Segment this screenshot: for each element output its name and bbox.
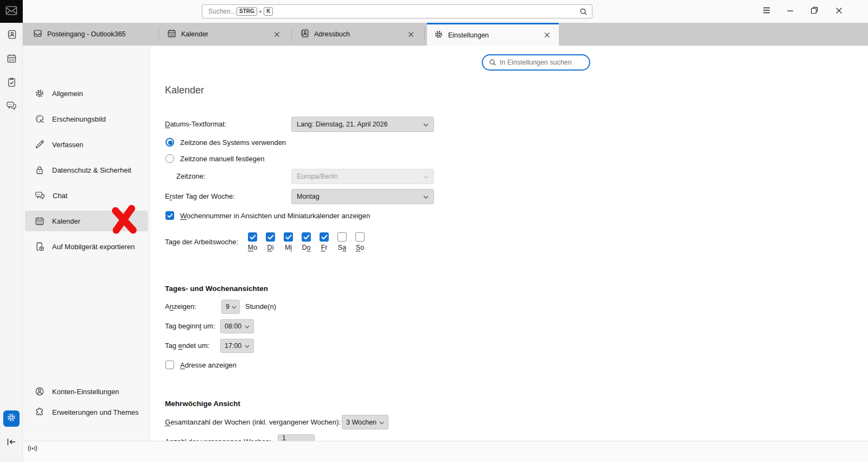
workday-checkbox[interactable] (337, 232, 347, 242)
chevron-down-icon (245, 342, 250, 350)
app-menu-button[interactable] (758, 4, 775, 19)
show-hours-dropdown[interactable]: 9 (221, 300, 240, 314)
sidebar-item-label: Datenschutz & Sicherheit (52, 166, 131, 174)
show-address-checkbox[interactable] (165, 360, 174, 369)
account-icon (35, 387, 44, 396)
palette-icon (35, 114, 44, 124)
workday-di: Di (261, 232, 279, 251)
week-number-row: Wochennummer in Ansichten und Miniaturka… (165, 211, 370, 220)
tab-einstellungen[interactable]: Einstellungen (427, 23, 559, 46)
tab-close-button[interactable] (540, 29, 553, 42)
sidebar-item-allgemein[interactable]: Allgemein (25, 83, 148, 104)
workday-checkbox[interactable] (355, 232, 365, 242)
settings-search-field (482, 54, 590, 71)
workday-checkbox[interactable] (248, 232, 257, 242)
past-weeks-dropdown[interactable]: 1 Woche (278, 434, 315, 441)
close-window-button[interactable] (831, 4, 847, 19)
workday-do: Do (297, 232, 315, 251)
chevron-down-icon (379, 419, 384, 426)
lock-icon (35, 165, 44, 175)
workday-checkbox[interactable] (266, 232, 275, 242)
tab-divider (291, 28, 292, 40)
day-end-label: Tag endet um: (165, 339, 209, 353)
chevron-down-icon (423, 121, 429, 128)
workday-label: Mo (248, 244, 257, 251)
sidebar-item-chat[interactable]: Chat (25, 185, 148, 206)
dropdown-value: 3 Wochen (346, 419, 376, 426)
chevron-down-icon (423, 173, 429, 180)
timezone-manual-radio-row: Zeitzone manuell festlegen (165, 154, 264, 163)
dropdown-value: 1 Woche (282, 434, 303, 441)
sidebar-item-erscheinungsbild[interactable]: Erscheinungsbild (25, 109, 148, 129)
mail-space-button[interactable] (0, 0, 23, 23)
first-day-dropdown[interactable]: Montag (291, 189, 434, 204)
puzzle-icon (35, 407, 44, 417)
workday-checkbox[interactable] (302, 232, 311, 242)
check-icon (267, 235, 274, 240)
day-end-dropdown[interactable]: 17:00 (220, 339, 254, 353)
tab-label: Adressbuch (314, 30, 399, 38)
show-address-row: Adresse anzeigen (165, 360, 237, 369)
space-addressbook-button[interactable] (0, 26, 23, 45)
calendar-icon (7, 53, 17, 66)
collapse-spaces-button[interactable] (4, 437, 18, 449)
radio-timezone-manual[interactable] (165, 154, 174, 163)
tab-posteingang[interactable]: Posteingang - Outlook365 (26, 23, 157, 46)
maximize-restore-button[interactable] (806, 4, 822, 19)
sidebar-item-datenschutz[interactable]: Datenschutz & Sicherheit (25, 160, 148, 180)
sidebar-item-kalender[interactable]: Kalender (25, 211, 148, 231)
search-icon (579, 8, 588, 18)
week-number-checkbox[interactable] (165, 211, 174, 220)
address-book-icon (7, 29, 17, 42)
settings-sidebar: Allgemein Erscheinungsbild Verfassen Dat… (23, 46, 150, 441)
total-weeks-label: Gesamtanzahl der Wochen (inkl. vergangen… (165, 415, 341, 429)
workday-fr: Fr (315, 232, 333, 251)
space-calendar-button[interactable] (0, 50, 23, 68)
check-icon (250, 235, 256, 240)
sidebar-item-mobilgeraet[interactable]: Auf Mobilgerät exportieren (25, 236, 148, 257)
tab-divider (424, 28, 425, 40)
calendar-icon (35, 216, 44, 226)
workday-label: Mi (285, 244, 292, 251)
sidebar-item-label: Verfassen (52, 141, 84, 149)
first-day-row: Erster Tag der Woche: Montag (165, 189, 599, 204)
space-chat-button[interactable] (0, 97, 23, 116)
tab-label: Kalender (181, 30, 265, 38)
tab-label: Posteingang - Outlook365 (47, 30, 151, 38)
sidebar-item-konten[interactable]: Konten-Einstellungen (25, 381, 148, 402)
tab-close-button[interactable] (270, 28, 283, 41)
sidebar-item-label: Konten-Einstellungen (52, 388, 119, 396)
workday-checkbox[interactable] (284, 232, 293, 242)
tab-kalender[interactable]: Kalender (160, 23, 289, 46)
tab-divider (158, 28, 159, 40)
global-search-field: STRG + K (202, 4, 592, 18)
sidebar-item-label: Erweiterungen und Themes (52, 408, 138, 416)
sidebar-item-verfassen[interactable]: Verfassen (25, 134, 148, 155)
minimize-button[interactable] (782, 4, 798, 19)
minimize-icon (787, 7, 794, 16)
space-settings-button[interactable] (3, 410, 20, 427)
day-start-label: Tag beginnt um: (165, 319, 215, 333)
show-hours-row: Anzeigen: 9 Stunde(n) (165, 300, 490, 314)
title-bar: STRG + K (0, 0, 868, 23)
date-format-dropdown[interactable]: Lang: Dienstag, 21. April 2026 (291, 117, 434, 132)
workday-checkbox[interactable] (320, 232, 329, 242)
tab-adressbuch[interactable]: Adressbuch (293, 23, 423, 46)
day-start-dropdown[interactable]: 08:00 (220, 319, 254, 333)
page-title: Kalender (165, 85, 204, 96)
gear-icon (35, 88, 44, 98)
tab-close-button[interactable] (404, 28, 417, 41)
settings-search-input[interactable] (483, 55, 589, 69)
global-search-input[interactable] (202, 5, 592, 18)
date-format-label: Datums-Textformat: (165, 117, 226, 132)
inbox-icon (33, 29, 42, 40)
radio-timezone-system[interactable] (165, 138, 174, 147)
week-number-label: Wochennummer in Ansichten und Miniaturka… (180, 212, 370, 220)
space-tasks-button[interactable] (0, 74, 23, 92)
settings-gear-icon (7, 413, 16, 425)
check-icon (321, 235, 328, 240)
workday-label: Do (302, 244, 311, 251)
sidebar-item-erweiterungen[interactable]: Erweiterungen und Themes (25, 402, 148, 422)
total-weeks-dropdown[interactable]: 3 Wochen (342, 415, 388, 429)
close-icon (835, 7, 843, 16)
